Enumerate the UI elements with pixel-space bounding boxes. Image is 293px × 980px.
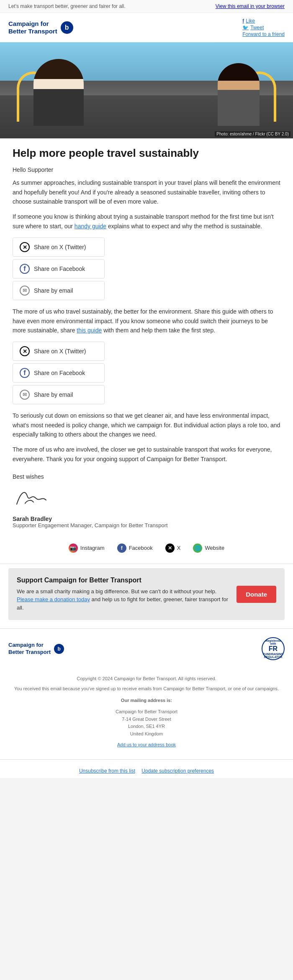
para3-text2: with them and help them take the first s… [102, 327, 215, 334]
logo-icon: b [61, 21, 73, 34]
sig-name: Sarah Bradley [13, 516, 280, 522]
view-in-browser-link[interactable]: View this email in your browser [216, 3, 285, 9]
x-icon-2: ✕ [20, 346, 30, 356]
share-facebook-2[interactable]: f Share on Facebook [13, 363, 105, 383]
fr-registered-text: Registered with [262, 639, 284, 645]
x-label: X [177, 545, 181, 551]
tweet-link[interactable]: 🐦 Tweet [242, 25, 285, 31]
footer-logo-text: Campaign for Better Transport [8, 642, 51, 656]
para2-text2: explains what to expect and why the meth… [106, 223, 262, 230]
email-wrapper: Let's make transport better, greener and… [0, 0, 293, 778]
facebook-icon-footer: f [117, 544, 126, 553]
unsubscribe-link[interactable]: Unsubscribe from this list [79, 768, 135, 774]
instagram-label: Instagram [80, 545, 105, 551]
person-right [218, 63, 260, 126]
this-guide-link[interactable]: this guide [77, 327, 102, 334]
share-section-1: ✕ Share on X (Twitter) f Share on Facebo… [13, 237, 280, 300]
hero-caption: Photo: eston/ahme / Flickr (CC BY 2.0) [215, 131, 290, 137]
facebook-icon: f [242, 18, 244, 24]
footer-logo-line1: Campaign for [8, 642, 44, 648]
forward-link[interactable]: Forward to a friend [242, 31, 285, 37]
paragraph-4: To seriously cut down on emissions so th… [13, 411, 280, 439]
footer-logo-line2: Better Transport [8, 649, 51, 655]
share-section-2: ✕ Share on X (Twitter) f Share on Facebo… [13, 342, 280, 404]
sig-title: Supporter Engagement Manager, Campaign f… [13, 522, 280, 528]
person-left [33, 59, 84, 126]
add-to-address-book-container: Add us to your address book [13, 741, 280, 749]
divider-1 [0, 564, 293, 564]
fr-regulator-text: REGULATOR [264, 656, 283, 658]
share-email-1[interactable]: ✉ Share by email [13, 281, 105, 300]
share-x-label-2: Share on X (Twitter) [34, 348, 86, 355]
support-text1: We are a small charity making a big diff… [17, 588, 216, 595]
email-share-icon-2: ✉ [20, 390, 30, 400]
top-bar: Let's make transport better, greener and… [0, 0, 293, 13]
paragraph-5: The more of us who are involved, the clo… [13, 445, 280, 464]
tweet-label: Tweet [250, 25, 264, 31]
header: Campaign for Better Transport b f Like 🐦… [0, 13, 293, 42]
logo-line1: Campaign for [8, 20, 49, 27]
website-icon: 🌐 [193, 544, 202, 553]
paragraph-3: The more of us who travel sustainably, t… [13, 307, 280, 335]
website-link[interactable]: 🌐 Website [193, 544, 224, 553]
website-label: Website [205, 545, 224, 551]
twitter-icon: 🐦 [242, 25, 249, 31]
donate-button[interactable]: Donate [236, 586, 276, 603]
share-x-twitter-1[interactable]: ✕ Share on X (Twitter) [13, 237, 105, 257]
instagram-link[interactable]: 📷 Instagram [69, 544, 105, 553]
logo-text: Campaign for Better Transport [8, 20, 57, 35]
fr-badge: Registered with FR FUNDRAISING REGULATOR [262, 637, 285, 660]
add-address-book-link[interactable]: Add us to your address book [117, 742, 176, 747]
fr-letters: FR [269, 645, 278, 653]
footer-logo-icon: b [54, 644, 64, 654]
hero-image: Photo: eston/ahme / Flickr (CC BY 2.0) [0, 42, 293, 138]
unsubscribe-row: Unsubscribe from this list Update subscr… [0, 764, 293, 778]
like-label: Like [246, 18, 255, 24]
main-heading: Help more people travel sustainably [13, 147, 280, 160]
mailing-label: Our mailing address is: [13, 697, 280, 704]
greeting: Hello Supporter [13, 166, 280, 173]
email-share-icon-1: ✉ [20, 286, 30, 296]
like-link[interactable]: f Like [242, 18, 285, 24]
footer-logo-left: Campaign for Better Transport b [8, 642, 64, 656]
donate-link[interactable]: Please make a donation today [17, 596, 90, 602]
support-heading: Support Campaign for Better Transport [17, 577, 230, 584]
signature-graphic [13, 487, 280, 512]
support-paragraph: We are a small charity making a big diff… [17, 587, 230, 612]
footer-logos: Campaign for Better Transport b Register… [0, 628, 293, 669]
x-icon-footer: ✕ [165, 544, 175, 553]
main-content: Help more people travel sustainably Hell… [0, 138, 293, 537]
facebook-link[interactable]: f Facebook [117, 544, 153, 553]
facebook-label: Facebook [129, 545, 153, 551]
received-text: You received this email because you've s… [13, 685, 280, 693]
x-link[interactable]: ✕ X [165, 544, 181, 553]
paragraph-2: If someone you know is thinking about tr… [13, 212, 280, 231]
facebook-share-icon-1: f [20, 264, 30, 274]
divider-2 [0, 759, 293, 760]
share-email-2[interactable]: ✉ Share by email [13, 385, 105, 404]
support-section: Support Campaign for Better Transport We… [8, 568, 285, 620]
fr-fundraising-text: FUNDRAISING [263, 653, 283, 656]
share-facebook-label-2: Share on Facebook [34, 370, 85, 376]
signature-area: Best wishes Sarah Bradley Supporter Enga… [13, 472, 280, 528]
update-prefs-link[interactable]: Update subscription preferences [141, 768, 214, 774]
mailing-address: Campaign for Better Transport 7-14 Great… [13, 708, 280, 738]
support-text: Support Campaign for Better Transport We… [17, 577, 230, 612]
share-x-twitter-2[interactable]: ✕ Share on X (Twitter) [13, 342, 105, 361]
handy-guide-link[interactable]: handy guide [75, 223, 106, 230]
x-icon-1: ✕ [20, 242, 30, 252]
social-footer: 📷 Instagram f Facebook ✕ X 🌐 Website [0, 537, 293, 559]
share-email-label-1: Share by email [34, 287, 73, 294]
legal-footer: Copyright © 2024 Campaign for Better Tra… [0, 669, 293, 755]
share-facebook-1[interactable]: f Share on Facebook [13, 259, 105, 278]
facebook-share-icon-2: f [20, 368, 30, 378]
paragraph-1: As summer approaches, including sustaina… [13, 178, 280, 206]
instagram-icon: 📷 [69, 544, 78, 553]
copyright-text: Copyright © 2024 Campaign for Better Tra… [13, 675, 280, 683]
logo-area: Campaign for Better Transport b [8, 20, 73, 35]
share-email-label-2: Share by email [34, 391, 73, 398]
top-bar-tagline: Let's make transport better, greener and… [8, 3, 126, 9]
best-wishes: Best wishes [13, 472, 280, 481]
share-x-label-1: Share on X (Twitter) [34, 244, 86, 250]
header-social-links: f Like 🐦 Tweet Forward to a friend [242, 18, 285, 37]
